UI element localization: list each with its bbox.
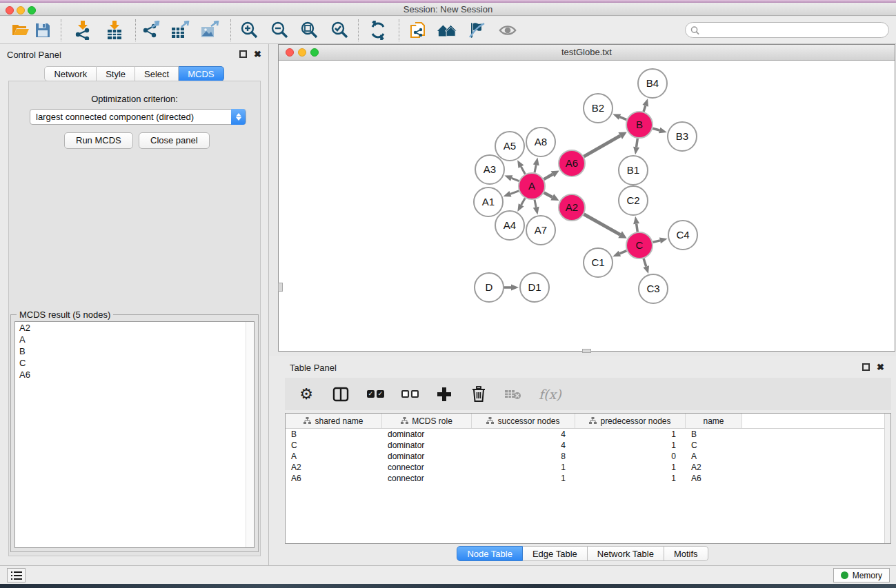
edge-A-A2[interactable]	[544, 192, 552, 196]
edge-A2-C[interactable]	[584, 214, 620, 235]
cell-successor-nodes[interactable]: 1	[472, 462, 575, 473]
mcds-result-item[interactable]: A	[15, 334, 254, 345]
export-image-icon[interactable]	[200, 21, 219, 40]
mcds-result-item[interactable]: A6	[15, 369, 254, 381]
open-session-icon[interactable]	[11, 21, 30, 40]
mcds-result-item[interactable]: C	[15, 357, 254, 369]
divider-handle[interactable]	[582, 349, 591, 353]
edge-A-A4[interactable]	[521, 198, 526, 205]
import-network-icon[interactable]	[73, 21, 92, 40]
cell-predecessor-nodes[interactable]: 0	[575, 451, 686, 462]
duplicate-network-icon[interactable]	[409, 21, 428, 40]
search-input[interactable]	[702, 24, 882, 36]
cell-predecessor-nodes[interactable]: 1	[575, 462, 686, 473]
network-graph[interactable]: AA1A2A3A4A5A6A7A8BB1B2B3B4CC1C2C3C4DD1	[279, 61, 895, 351]
column-header-MCDS-role[interactable]: MCDS role	[382, 414, 472, 428]
refresh-icon[interactable]	[368, 21, 388, 40]
table-scrollbar[interactable]	[884, 414, 890, 543]
save-session-icon[interactable]	[33, 21, 52, 40]
cell-MCDS-role[interactable]: dominator	[382, 440, 472, 451]
zoom-fit-icon[interactable]	[299, 21, 319, 40]
zoom-out-icon[interactable]	[270, 21, 289, 40]
cell-MCDS-role[interactable]: dominator	[382, 451, 472, 462]
network-window-titlebar[interactable]: testGlobe.txt	[279, 45, 895, 61]
zoom-in-icon[interactable]	[239, 21, 259, 40]
mcds-result-item[interactable]: A2	[15, 322, 254, 334]
deselect-all-icon[interactable]	[401, 385, 419, 403]
tab-edge-table[interactable]: Edge Table	[523, 546, 588, 561]
table-row[interactable]: A6connector11A6	[286, 473, 890, 484]
table-row[interactable]: Bdominator41B	[286, 429, 890, 440]
table-row[interactable]: Adominator80A	[286, 451, 890, 462]
cell-shared-name[interactable]: A6	[286, 473, 382, 484]
column-header-name[interactable]: name	[686, 414, 742, 428]
export-network-icon[interactable]	[141, 21, 160, 40]
cell-name[interactable]: A6	[686, 473, 742, 484]
edge-B-B3[interactable]	[653, 128, 659, 130]
cell-successor-nodes[interactable]: 4	[472, 429, 575, 440]
tab-network[interactable]: Network	[44, 66, 97, 81]
select-all-icon[interactable]	[366, 385, 384, 403]
mcds-result-item[interactable]: B	[15, 345, 254, 357]
edge-A-A1[interactable]	[510, 191, 519, 194]
cell-predecessor-nodes[interactable]: 1	[575, 429, 686, 440]
edge-B-B1[interactable]	[637, 139, 638, 147]
cell-MCDS-role[interactable]: connector	[382, 462, 472, 473]
edge-A-A7[interactable]	[535, 200, 536, 207]
show-graphics-details-icon[interactable]	[467, 21, 486, 40]
column-header-shared-name[interactable]: shared name	[286, 414, 382, 428]
cell-shared-name[interactable]: B	[286, 429, 382, 440]
eye-icon[interactable]	[498, 21, 517, 40]
cell-shared-name[interactable]: A2	[286, 462, 382, 473]
cell-name[interactable]: A	[686, 451, 742, 462]
edge-B-B4[interactable]	[644, 105, 646, 112]
delete-column-icon[interactable]	[470, 385, 488, 403]
edge-A-A5[interactable]	[521, 167, 525, 174]
cell-successor-nodes[interactable]: 4	[472, 440, 575, 451]
criterion-dropdown[interactable]: largest connected component (directed)	[30, 109, 246, 125]
tab-network-table[interactable]: Network Table	[588, 546, 664, 561]
edge-A-A6[interactable]	[544, 174, 552, 179]
close-panel-button[interactable]: Close panel	[139, 132, 210, 149]
cell-name[interactable]: B	[686, 429, 742, 440]
edge-B-B2[interactable]	[620, 117, 627, 120]
cell-successor-nodes[interactable]: 1	[472, 473, 575, 484]
zoom-selected-icon[interactable]	[330, 21, 349, 40]
table-row[interactable]: Cdominator41C	[286, 440, 890, 451]
cell-name[interactable]: C	[686, 440, 742, 451]
cell-shared-name[interactable]: C	[286, 440, 382, 451]
run-mcds-button[interactable]: Run MCDS	[64, 132, 133, 149]
column-selector-icon[interactable]	[332, 385, 350, 403]
home-views-icon[interactable]	[437, 21, 457, 40]
tab-select[interactable]: Select	[135, 66, 179, 81]
add-column-icon[interactable]	[435, 385, 453, 403]
mcds-result-list[interactable]: A2ABCA6	[14, 321, 255, 548]
import-table-icon[interactable]	[105, 21, 124, 40]
edge-C-C3[interactable]	[644, 258, 646, 267]
cell-name[interactable]: A2	[686, 462, 742, 473]
delete-table-icon[interactable]	[504, 385, 522, 403]
tab-motifs[interactable]: Motifs	[664, 546, 708, 561]
cell-successor-nodes[interactable]: 8	[472, 451, 575, 462]
tab-node-table[interactable]: Node Table	[457, 546, 523, 561]
tab-mcds[interactable]: MCDS	[179, 66, 223, 81]
edge-A6-B[interactable]	[584, 136, 620, 156]
task-history-button[interactable]	[7, 568, 26, 582]
column-header-predecessor-nodes[interactable]: predecessor nodes	[575, 414, 686, 428]
close-panel-icon[interactable]: ✖	[877, 363, 884, 371]
table-row[interactable]: A2connector11A2	[286, 462, 890, 473]
cell-predecessor-nodes[interactable]: 1	[575, 473, 686, 484]
edge-A-A3[interactable]	[512, 178, 519, 181]
network-canvas[interactable]: AA1A2A3A4A5A6A7A8BB1B2B3B4CC1C2C3C4DD1	[279, 61, 895, 351]
tab-style[interactable]: Style	[97, 66, 135, 81]
edge-C-C2[interactable]	[637, 224, 638, 232]
list-scrollbar[interactable]	[246, 322, 254, 547]
cell-MCDS-role[interactable]: dominator	[382, 429, 472, 440]
cell-predecessor-nodes[interactable]: 1	[575, 440, 686, 451]
edge-A-A8[interactable]	[535, 165, 536, 172]
close-panel-icon[interactable]: ✖	[254, 50, 261, 58]
divider-handle[interactable]	[278, 283, 283, 292]
float-panel-icon[interactable]	[862, 363, 870, 371]
edge-C-C4[interactable]	[653, 241, 659, 242]
cell-shared-name[interactable]: A	[286, 451, 382, 462]
